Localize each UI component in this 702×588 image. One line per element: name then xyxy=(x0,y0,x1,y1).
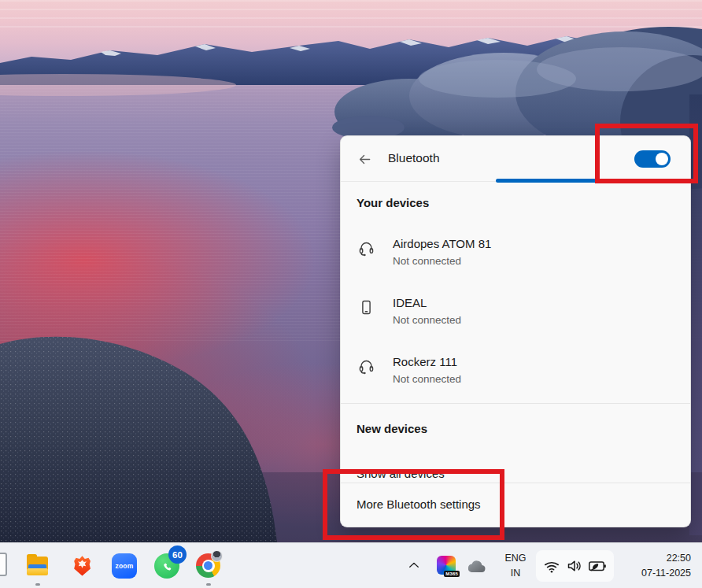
language-line2: IN xyxy=(500,566,531,581)
device-status: Not connected xyxy=(393,312,461,327)
battery-saver-icon xyxy=(588,557,607,575)
running-indicator xyxy=(206,583,211,586)
phone-icon xyxy=(357,298,375,316)
your-devices-heading: Your devices xyxy=(357,196,429,209)
time-text: 22:50 xyxy=(641,551,691,566)
language-line1: ENG xyxy=(500,551,531,566)
zoom-icon: zoom xyxy=(116,562,134,570)
cloud-icon xyxy=(465,557,487,575)
brave-browser-button[interactable] xyxy=(69,553,94,579)
divider xyxy=(341,403,690,404)
back-arrow-icon xyxy=(357,152,372,167)
wifi-icon xyxy=(543,557,560,575)
chevron-up-icon xyxy=(406,558,422,572)
hidden-icons-chevron[interactable] xyxy=(405,558,423,574)
running-indicator xyxy=(35,583,40,586)
m365-badge: M365 xyxy=(444,571,460,577)
annotation-box-toggle xyxy=(595,124,698,183)
back-button[interactable] xyxy=(353,149,375,169)
chrome-profile-avatar xyxy=(211,550,223,562)
device-status: Not connected xyxy=(393,253,491,268)
language-switcher[interactable]: ENG IN xyxy=(500,551,531,581)
clipped-window-icon xyxy=(0,553,7,576)
date-text: 07-11-2025 xyxy=(641,566,691,581)
annotation-box-more-settings xyxy=(323,469,504,540)
device-name: IDEAL xyxy=(393,294,461,311)
device-name: Rockerz 111 xyxy=(393,353,461,370)
taskbar: zoom 60 M365 ENG I xyxy=(0,542,702,588)
device-name: Airdopes ATOM 81 xyxy=(393,235,491,252)
device-text: Airdopes ATOM 81 Not connected xyxy=(393,235,491,268)
whatsapp-badge: 60 xyxy=(168,545,187,564)
device-row-rockerz[interactable]: Rockerz 111 Not connected xyxy=(350,352,681,399)
desktop: Bluetooth Your devices Airdopes ATOM 81 … xyxy=(0,0,702,588)
device-status: Not connected xyxy=(393,372,461,386)
copilot-m365-tray-icon[interactable]: M365 xyxy=(437,556,456,575)
file-explorer-button[interactable] xyxy=(25,553,50,579)
device-text: Rockerz 111 Not connected xyxy=(393,353,461,386)
device-row-ideal[interactable]: IDEAL Not connected xyxy=(350,293,681,340)
headset-icon xyxy=(357,239,375,257)
zoom-app-button[interactable]: zoom xyxy=(112,553,137,579)
clock[interactable]: 22:50 07-11-2025 xyxy=(641,551,691,581)
onedrive-tray-icon[interactable] xyxy=(465,557,487,575)
volume-icon xyxy=(566,557,583,575)
new-devices-heading: New devices xyxy=(357,422,427,435)
quick-settings-button[interactable] xyxy=(536,550,614,582)
headset-icon xyxy=(357,357,375,375)
brave-icon xyxy=(70,553,94,578)
device-row-airdopes[interactable]: Airdopes ATOM 81 Not connected xyxy=(350,234,681,281)
panel-title: Bluetooth xyxy=(388,151,440,165)
device-text: IDEAL Not connected xyxy=(393,294,461,327)
